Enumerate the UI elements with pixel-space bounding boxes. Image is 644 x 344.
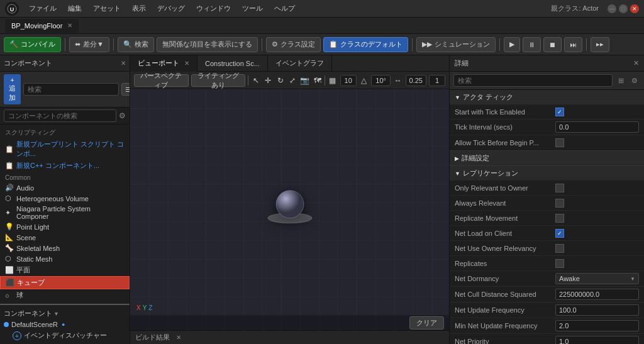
allow-tick-checkbox[interactable] bbox=[555, 138, 564, 147]
stop-button[interactable]: ⏹ bbox=[543, 37, 562, 52]
event-dispatcher-item[interactable]: + イベントディスパッチャー bbox=[4, 330, 126, 341]
minimize-button[interactable]: — bbox=[608, 4, 616, 13]
plane-icon: ⬜ bbox=[5, 266, 14, 274]
toolbar-sep-3 bbox=[262, 38, 262, 51]
component-search-input[interactable] bbox=[23, 83, 119, 96]
event-graph-tab[interactable]: イベントグラフ bbox=[268, 55, 332, 72]
replicates-checkbox[interactable] bbox=[555, 259, 564, 268]
menu-edit[interactable]: 編集 bbox=[63, 3, 87, 14]
min-net-update-input[interactable] bbox=[555, 320, 639, 331]
components-panel-close[interactable]: ✕ bbox=[121, 60, 126, 67]
play-button[interactable]: ▶ bbox=[504, 37, 520, 52]
only-relevant-checkbox[interactable] bbox=[555, 184, 564, 192]
new-blueprint-script-item[interactable]: 📋 新規ブループリント スクリプト コンポ... bbox=[0, 138, 130, 160]
net-priority-input[interactable] bbox=[555, 336, 639, 344]
hide-unrelated-button[interactable]: 無関係な項目を非表示にする bbox=[157, 37, 258, 52]
actor-tick-header[interactable]: ▼ アクタ ティック bbox=[450, 90, 644, 104]
replicate-movement-checkbox[interactable] bbox=[555, 214, 564, 223]
start-with-tick-checkbox[interactable] bbox=[555, 108, 564, 116]
pause-button[interactable]: ⏸ bbox=[523, 37, 541, 52]
always-relevant-checkbox[interactable] bbox=[555, 199, 564, 208]
menu-view[interactable]: 表示 bbox=[127, 3, 151, 14]
tick-interval-input[interactable] bbox=[555, 121, 639, 133]
scale-icon[interactable]: ⤢ bbox=[288, 74, 298, 87]
net-cull-input[interactable] bbox=[555, 289, 639, 300]
new-cpp-component-item[interactable]: 📋 新規C++ コンポーネント... bbox=[0, 160, 130, 172]
detailed-settings-header[interactable]: ▶ 詳細設定 bbox=[450, 151, 644, 165]
hetero-icon: ⬡ bbox=[5, 194, 14, 203]
simulation-button[interactable]: ▶▶ シミュレーション bbox=[416, 37, 496, 52]
add-event-icon[interactable]: + bbox=[13, 331, 21, 340]
viewport-tab[interactable]: ビューポート ✕ bbox=[130, 55, 197, 72]
rotate-icon[interactable]: ↻ bbox=[275, 74, 286, 87]
blueprint-tab-close[interactable]: ✕ bbox=[67, 22, 72, 29]
static-mesh-item[interactable]: ⬡ Static Mesh bbox=[0, 253, 130, 264]
default-scene-root-item[interactable]: DefaultSceneR ● bbox=[4, 319, 126, 330]
search-button[interactable]: 🔍 検索 bbox=[118, 37, 154, 52]
terrain-icon[interactable]: 🗺 bbox=[313, 74, 323, 87]
maximize-button[interactable]: □ bbox=[619, 4, 628, 13]
menu-window[interactable]: ウィンドウ bbox=[191, 3, 236, 14]
scene-item[interactable]: 📐 Scene bbox=[0, 232, 130, 243]
cursor-icon[interactable]: ↖ bbox=[251, 74, 261, 87]
details-layout-icon[interactable]: ⊞ bbox=[615, 75, 626, 86]
component-menu-button[interactable]: ☰ bbox=[121, 83, 130, 96]
sphere-item[interactable]: ○ 球 bbox=[0, 289, 130, 301]
details-search-input[interactable] bbox=[453, 74, 613, 87]
build-results-close[interactable]: ✕ bbox=[176, 334, 181, 341]
heterogeneous-volume-item[interactable]: ⬡ Heterogeneous Volume bbox=[0, 193, 130, 204]
blueprint-icon: 📋 bbox=[329, 40, 338, 48]
close-button[interactable]: ✕ bbox=[630, 4, 639, 13]
net-use-owner-checkbox[interactable] bbox=[555, 244, 564, 253]
move-icon[interactable]: ✛ bbox=[263, 74, 273, 87]
audio-item[interactable]: 🔊 Audio bbox=[0, 182, 130, 193]
add-component-button[interactable]: + 追加 bbox=[4, 74, 21, 104]
audio-icon: 🔊 bbox=[5, 184, 14, 192]
niagara-item[interactable]: ✦ Niagara Particle System Componer bbox=[0, 204, 130, 221]
axis-gizmo: X Y Z bbox=[136, 304, 152, 311]
clear-button[interactable]: クリア bbox=[409, 316, 444, 330]
common-section-header: Common bbox=[0, 172, 130, 182]
detailed-settings-arrow: ▶ bbox=[455, 155, 459, 162]
details-filter-icon[interactable]: ⚙ bbox=[629, 75, 640, 86]
diff-button[interactable]: ⬌ 差分▼ bbox=[69, 37, 109, 52]
menu-file[interactable]: ファイル bbox=[24, 3, 62, 14]
viewport-toolbar: パースペクティブ ライティングあり ↖ ✛ ↻ ⤢ 📷 🗺 ▦ 10 △ 10°… bbox=[130, 72, 449, 89]
skeletal-mesh-item[interactable]: 🦴 Skeletal Mesh bbox=[0, 243, 130, 253]
net-update-freq-input[interactable] bbox=[555, 304, 639, 316]
angle-icon[interactable]: △ bbox=[359, 74, 369, 87]
scale-icon2[interactable]: ↔ bbox=[393, 74, 403, 87]
details-search-bar: ⊞ ⚙ bbox=[450, 72, 644, 90]
title-bar-left: U ファイル 編集 アセット 表示 デバッグ ウィンドウ ツール ヘルプ bbox=[5, 2, 300, 16]
blueprint-tab[interactable]: BP_MovingFloor ✕ bbox=[5, 19, 79, 33]
compile-button[interactable]: 🔨 コンパイル bbox=[4, 37, 61, 52]
component-settings-icon[interactable]: ⚙ bbox=[119, 111, 126, 120]
skip-button[interactable]: ⏭ bbox=[564, 37, 582, 52]
toolbar-sep-4 bbox=[412, 38, 413, 51]
dropdown-arrow-icon: ▼ bbox=[630, 276, 635, 282]
camera-icon[interactable]: 📷 bbox=[300, 74, 310, 87]
cube-item[interactable]: ⬛ キューブ bbox=[0, 276, 130, 289]
replication-header[interactable]: ▼ レプリケーション bbox=[450, 166, 644, 180]
more-button[interactable]: ▸▸ bbox=[591, 37, 609, 52]
menu-tools[interactable]: ツール bbox=[237, 3, 268, 14]
component-filter-input[interactable] bbox=[4, 109, 116, 122]
net-dormancy-dropdown[interactable]: Awake ▼ bbox=[555, 273, 639, 284]
details-close[interactable]: ✕ bbox=[633, 59, 639, 67]
lighting-button[interactable]: ライティングあり bbox=[191, 74, 246, 87]
class-settings-button[interactable]: ⚙ クラス設定 bbox=[266, 37, 321, 52]
viewport-object bbox=[265, 186, 315, 225]
construction-tab[interactable]: Construction Sc... bbox=[197, 55, 268, 72]
menu-debug[interactable]: デバッグ bbox=[152, 3, 190, 14]
point-light-item[interactable]: 💡 Point Light bbox=[0, 221, 130, 232]
net-load-client-checkbox[interactable] bbox=[555, 229, 564, 238]
perspective-button[interactable]: パースペクティブ bbox=[134, 74, 189, 87]
viewport-tab-close[interactable]: ✕ bbox=[184, 60, 189, 67]
grid-icon[interactable]: ▦ bbox=[328, 74, 338, 87]
menu-help[interactable]: ヘルプ bbox=[269, 3, 300, 14]
always-relevant-label: Always Relevant bbox=[455, 199, 555, 207]
plane-item[interactable]: ⬜ 平面 bbox=[0, 264, 130, 276]
component-search-bar: ⚙ bbox=[0, 108, 130, 125]
menu-asset[interactable]: アセット bbox=[88, 3, 126, 14]
class-defaults-button[interactable]: 📋 クラスのデフォルト bbox=[323, 37, 408, 52]
